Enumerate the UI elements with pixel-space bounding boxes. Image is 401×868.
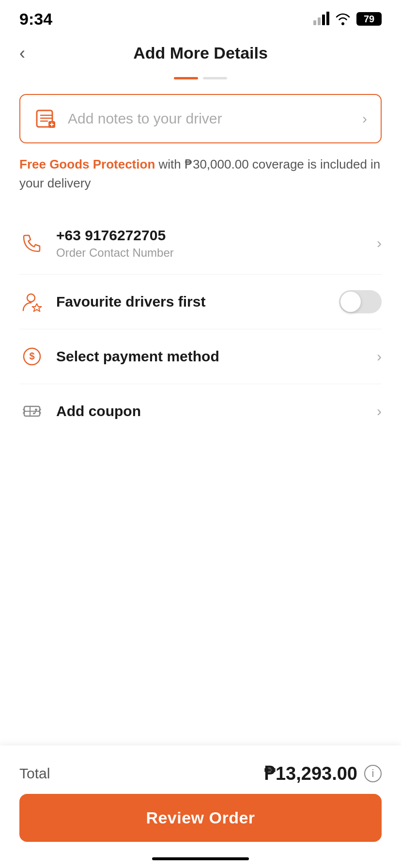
- favourite-toggle[interactable]: [339, 290, 382, 313]
- contact-label: Order Contact Number: [56, 246, 372, 260]
- wifi-icon: [335, 13, 351, 25]
- favourite-drivers-row[interactable]: Favourite drivers first: [19, 275, 382, 329]
- step-2-indicator: [203, 77, 227, 79]
- step-1-indicator: [174, 77, 198, 79]
- total-row: Total ₱13,293.00 i: [19, 755, 382, 794]
- status-icons: 79: [313, 12, 382, 26]
- payment-chevron-icon: ›: [377, 348, 382, 365]
- notes-icon: [34, 107, 58, 131]
- back-button[interactable]: ‹: [19, 45, 25, 62]
- contact-chevron: ›: [372, 235, 382, 251]
- bottom-bar: Total ₱13,293.00 i Review Order: [0, 745, 401, 868]
- payment-text: Select payment method: [56, 348, 372, 365]
- favourite-text: Favourite drivers first: [56, 293, 339, 310]
- svg-text:$: $: [29, 351, 34, 361]
- svg-point-7: [35, 409, 37, 411]
- coupon-label: Add coupon: [56, 403, 372, 420]
- favourite-toggle-container[interactable]: [339, 290, 382, 313]
- contact-row[interactable]: +63 9176272705 Order Contact Number ›: [19, 212, 382, 275]
- total-amount-container: ₱13,293.00 i: [264, 763, 382, 784]
- step-indicator: [0, 77, 401, 79]
- info-icon[interactable]: i: [364, 765, 382, 782]
- favourite-label: Favourite drivers first: [56, 293, 339, 310]
- contact-chevron-icon: ›: [377, 235, 382, 251]
- total-label: Total: [19, 765, 50, 782]
- coupon-row[interactable]: Add coupon ›: [19, 384, 382, 438]
- notes-input-row[interactable]: Add notes to your driver ›: [19, 94, 382, 143]
- signal-icon: [313, 13, 329, 25]
- notes-placeholder: Add notes to your driver: [68, 110, 357, 127]
- status-time: 9:34: [19, 10, 52, 29]
- svg-point-6: [33, 413, 35, 415]
- coupon-chevron-icon: ›: [377, 403, 382, 419]
- payment-icon: $: [19, 344, 45, 369]
- toggle-knob: [340, 292, 361, 312]
- coupon-chevron: ›: [372, 403, 382, 419]
- favourite-icon: [19, 289, 45, 314]
- payment-row[interactable]: $ Select payment method ›: [19, 329, 382, 384]
- notes-chevron-icon: ›: [362, 110, 367, 127]
- coupon-icon: [19, 399, 45, 424]
- total-amount: ₱13,293.00: [264, 763, 357, 784]
- review-order-button[interactable]: Review Order: [19, 794, 382, 842]
- list-section: +63 9176272705 Order Contact Number › Fa…: [19, 212, 382, 438]
- svg-point-2: [27, 294, 35, 302]
- header: ‹ Add More Details: [0, 34, 401, 72]
- payment-label: Select payment method: [56, 348, 372, 365]
- home-indicator: [152, 857, 249, 860]
- payment-chevron: ›: [372, 348, 382, 365]
- main-content: Add notes to your driver › Free Goods Pr…: [0, 94, 401, 438]
- coupon-text: Add coupon: [56, 403, 372, 420]
- protection-text: Free Goods Protection with ₱30,000.00 co…: [19, 155, 382, 193]
- page-title: Add More Details: [133, 44, 268, 62]
- status-bar: 9:34 79: [0, 0, 401, 34]
- battery-icon: 79: [356, 12, 382, 26]
- contact-text: +63 9176272705 Order Contact Number: [56, 227, 372, 260]
- contact-number: +63 9176272705: [56, 227, 372, 244]
- phone-icon: [19, 231, 45, 256]
- protection-highlight: Free Goods Protection: [19, 157, 155, 171]
